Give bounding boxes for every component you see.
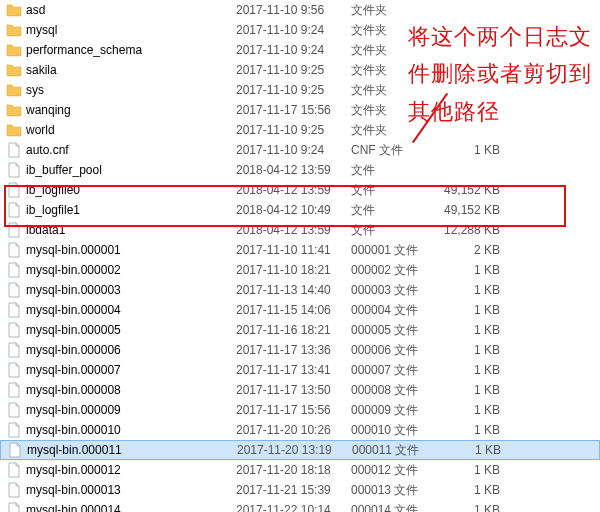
date-cell: 2017-11-17 15:56 <box>236 403 351 417</box>
size-cell: 1 KB <box>436 503 506 512</box>
file-name: mysql-bin.000005 <box>26 323 121 337</box>
date-cell: 2017-11-17 13:41 <box>236 363 351 377</box>
file-row[interactable]: mysql-bin.0000112017-11-20 13:19000011 文… <box>0 440 600 460</box>
file-row[interactable]: ib_logfile12018-04-12 10:49文件49,152 KB <box>0 200 600 220</box>
file-row[interactable]: ib_buffer_pool2018-04-12 13:59文件 <box>0 160 600 180</box>
size-cell: 2 KB <box>436 243 506 257</box>
name-cell[interactable]: sakila <box>6 62 236 78</box>
file-name: mysql-bin.000003 <box>26 283 121 297</box>
name-cell[interactable]: mysql-bin.000001 <box>6 242 236 258</box>
name-cell[interactable]: mysql-bin.000007 <box>6 362 236 378</box>
size-cell: 1 KB <box>436 483 506 497</box>
file-row[interactable]: mysql-bin.0000102017-11-20 10:26000010 文… <box>0 420 600 440</box>
date-cell: 2017-11-13 14:40 <box>236 283 351 297</box>
file-icon <box>6 382 22 398</box>
date-cell: 2017-11-10 9:56 <box>236 3 351 17</box>
type-cell: 000004 文件 <box>351 302 436 319</box>
file-name: mysql-bin.000010 <box>26 423 121 437</box>
file-row[interactable]: ibdata12018-04-12 13:59文件12,288 KB <box>0 220 600 240</box>
name-cell[interactable]: ib_logfile0 <box>6 182 236 198</box>
file-row[interactable]: auto.cnf2017-11-10 9:24CNF 文件1 KB <box>0 140 600 160</box>
size-cell: 1 KB <box>436 383 506 397</box>
file-row[interactable]: sakila2017-11-10 9:25文件夹 <box>0 60 600 80</box>
type-cell: 文件 <box>351 162 436 179</box>
name-cell[interactable]: asd <box>6 2 236 18</box>
name-cell[interactable]: ib_buffer_pool <box>6 162 236 178</box>
date-cell: 2017-11-10 9:24 <box>236 23 351 37</box>
file-icon <box>7 442 23 458</box>
name-cell[interactable]: mysql-bin.000014 <box>6 502 236 512</box>
name-cell[interactable]: performance_schema <box>6 42 236 58</box>
name-cell[interactable]: auto.cnf <box>6 142 236 158</box>
file-row[interactable]: mysql-bin.0000082017-11-17 13:50000008 文… <box>0 380 600 400</box>
file-row[interactable]: sys2017-11-10 9:25文件夹 <box>0 80 600 100</box>
name-cell[interactable]: mysql-bin.000009 <box>6 402 236 418</box>
file-icon <box>6 282 22 298</box>
size-cell: 1 KB <box>436 323 506 337</box>
file-row[interactable]: ib_logfile02018-04-12 13:59文件49,152 KB <box>0 180 600 200</box>
name-cell[interactable]: wanqing <box>6 102 236 118</box>
name-cell[interactable]: mysql-bin.000010 <box>6 422 236 438</box>
type-cell: 000010 文件 <box>351 422 436 439</box>
file-icon <box>6 482 22 498</box>
date-cell: 2017-11-17 13:50 <box>236 383 351 397</box>
file-icon <box>6 502 22 512</box>
type-cell: 文件 <box>351 182 436 199</box>
name-cell[interactable]: world <box>6 122 236 138</box>
name-cell[interactable]: mysql-bin.000008 <box>6 382 236 398</box>
file-row[interactable]: mysql-bin.0000122017-11-20 18:18000012 文… <box>0 460 600 480</box>
size-cell: 1 KB <box>436 403 506 417</box>
file-list[interactable]: asd2017-11-10 9:56文件夹mysql2017-11-10 9:2… <box>0 0 600 512</box>
name-cell[interactable]: mysql-bin.000006 <box>6 342 236 358</box>
file-row[interactable]: mysql-bin.0000062017-11-17 13:36000006 文… <box>0 340 600 360</box>
file-icon <box>6 162 22 178</box>
folder-icon <box>6 42 22 58</box>
file-row[interactable]: mysql-bin.0000032017-11-13 14:40000003 文… <box>0 280 600 300</box>
type-cell: 000011 文件 <box>352 442 437 459</box>
name-cell[interactable]: mysql-bin.000012 <box>6 462 236 478</box>
file-row[interactable]: mysql-bin.0000052017-11-16 18:21000005 文… <box>0 320 600 340</box>
name-cell[interactable]: mysql-bin.000003 <box>6 282 236 298</box>
file-icon <box>6 342 22 358</box>
file-icon <box>6 422 22 438</box>
file-name: mysql-bin.000014 <box>26 503 121 512</box>
file-row[interactable]: mysql-bin.0000092017-11-17 15:56000009 文… <box>0 400 600 420</box>
file-row[interactable]: mysql-bin.0000012017-11-10 11:41000001 文… <box>0 240 600 260</box>
name-cell[interactable]: mysql-bin.000005 <box>6 322 236 338</box>
name-cell[interactable]: mysql-bin.000002 <box>6 262 236 278</box>
date-cell: 2017-11-10 11:41 <box>236 243 351 257</box>
size-cell: 12,288 KB <box>436 223 506 237</box>
file-row[interactable]: mysql-bin.0000072017-11-17 13:41000007 文… <box>0 360 600 380</box>
name-cell[interactable]: mysql-bin.000004 <box>6 302 236 318</box>
name-cell[interactable]: ibdata1 <box>6 222 236 238</box>
type-cell: 000005 文件 <box>351 322 436 339</box>
type-cell: 文件夹 <box>351 2 436 19</box>
file-row[interactable]: world2017-11-10 9:25文件夹 <box>0 120 600 140</box>
file-row[interactable]: mysql-bin.0000132017-11-21 15:39000013 文… <box>0 480 600 500</box>
file-row[interactable]: wanqing2017-11-17 15:56文件夹 <box>0 100 600 120</box>
file-row[interactable]: mysql-bin.0000042017-11-15 14:06000004 文… <box>0 300 600 320</box>
size-cell: 1 KB <box>436 343 506 357</box>
file-row[interactable]: performance_schema2017-11-10 9:24文件夹 <box>0 40 600 60</box>
file-name: mysql-bin.000011 <box>27 443 122 457</box>
file-row[interactable]: mysql2017-11-10 9:24文件夹 <box>0 20 600 40</box>
file-name: ib_buffer_pool <box>26 163 102 177</box>
name-cell[interactable]: mysql <box>6 22 236 38</box>
date-cell: 2018-04-12 13:59 <box>236 223 351 237</box>
name-cell[interactable]: ib_logfile1 <box>6 202 236 218</box>
file-name: mysql <box>26 23 57 37</box>
file-row[interactable]: mysql-bin.0000022017-11-10 18:21000002 文… <box>0 260 600 280</box>
size-cell: 1 KB <box>436 463 506 477</box>
file-name: mysql-bin.000004 <box>26 303 121 317</box>
size-cell: 1 KB <box>436 363 506 377</box>
file-row[interactable]: asd2017-11-10 9:56文件夹 <box>0 0 600 20</box>
folder-icon <box>6 2 22 18</box>
file-icon <box>6 462 22 478</box>
size-cell: 49,152 KB <box>436 183 506 197</box>
name-cell[interactable]: sys <box>6 82 236 98</box>
type-cell: 文件夹 <box>351 42 436 59</box>
file-row[interactable]: mysql-bin.0000142017-11-22 10:14000014 文… <box>0 500 600 512</box>
name-cell[interactable]: mysql-bin.000013 <box>6 482 236 498</box>
type-cell: 000013 文件 <box>351 482 436 499</box>
name-cell[interactable]: mysql-bin.000011 <box>7 442 237 458</box>
